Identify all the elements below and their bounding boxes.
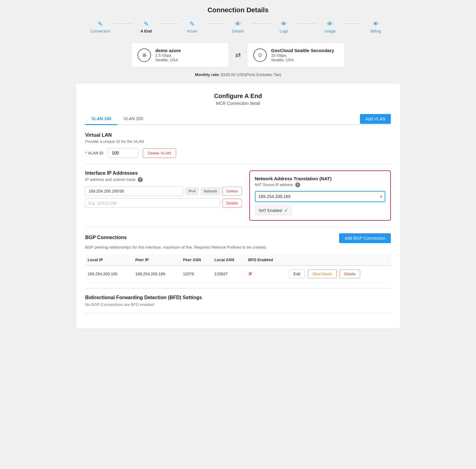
wizard-step-label-logs: Logs	[280, 29, 288, 33]
configure-subtitle: MCR Connection detail	[85, 101, 391, 106]
eye-icon-logs: 👁	[281, 21, 287, 28]
left-card-location: Seattle, USA	[155, 58, 181, 62]
bgp-col-local-ip: Local IP	[85, 254, 133, 265]
required-star: *	[85, 151, 87, 155]
bgp-delete-button[interactable]: Delete	[339, 269, 360, 278]
right-card-icon: ⊙	[253, 48, 267, 62]
monthly-rate-value: $100.00 USD(Price Excludes Tax)	[221, 72, 281, 77]
bgp-table-row-1: 169.254.200.165 169.254.200.166 12076 13…	[85, 265, 391, 282]
nat-title: Network Address Translation (NAT)	[255, 176, 385, 181]
divider-4	[85, 313, 391, 313]
bfd-title: Bidirectional Forwarding Detection (BFD)…	[85, 295, 391, 300]
ip-nat-row: Interface IP Addresses IP address and su…	[85, 170, 391, 221]
bgp-shutdown-button[interactable]: Shut Down	[308, 269, 337, 278]
wizard-step-label-usage: Usage	[324, 29, 336, 33]
nat-enabled-label: NAT Enabled	[259, 208, 282, 213]
pencil-icon-a-end: ✎	[144, 20, 149, 28]
bfd-no-connections: No BGP Connections are BFD enabled	[85, 302, 391, 307]
nat-ip-select[interactable]: 169.254.200.165	[255, 191, 385, 202]
bgp-table: Local IP Peer IP Peer ASN Local ASN BFD …	[85, 254, 391, 282]
bgp-col-local-asn: Local ASN	[212, 254, 246, 265]
monthly-rate: Monthly rate: $100.00 USD(Price Excludes…	[76, 72, 400, 77]
interface-ip-description: IP address and subnet mask ?	[85, 177, 242, 182]
left-card-info: demo azure 2.5 Gbps Seattle, USA	[155, 48, 181, 62]
vlan-tabs-row: VLAN 100 VLAN 200 Add VLAN	[85, 113, 391, 125]
bfd-disabled-icon: ✕	[248, 271, 252, 276]
add-vlan-button[interactable]: Add VLAN	[360, 114, 391, 124]
ip-field-2[interactable]	[85, 198, 220, 208]
wizard-step-connection[interactable]: ✎ Connection	[86, 20, 114, 33]
bgp-table-header-row: Local IP Peer IP Peer ASN Local ASN BFD …	[85, 254, 391, 265]
wizard-steps: ✎ Connection ✎ A End ✎ Azure 👁 Details 👁…	[76, 20, 400, 33]
pencil-icon-connection: ✎	[98, 20, 103, 28]
virtual-lan-description: Provide a unique ID for the VLAN	[85, 139, 391, 144]
divider-3	[85, 288, 391, 289]
wizard-connector-2	[160, 24, 178, 24]
bgp-peer-asn-cell: 12076	[180, 265, 212, 282]
vlan-tabs: VLAN 100 VLAN 200	[85, 113, 360, 124]
ip-help-icon[interactable]: ?	[138, 177, 143, 182]
nat-help-icon[interactable]: ?	[295, 182, 300, 187]
bgp-section: BGP Connections Add BGP Connection BGP p…	[85, 233, 391, 282]
ip-entry-row-2: Delete	[85, 198, 242, 208]
wizard-connector-5	[298, 24, 316, 24]
wizard-step-details[interactable]: 👁 Details	[224, 21, 252, 33]
connection-cards: ⊕ demo azure 2.5 Gbps Seattle, USA ⇄ ⊙ G…	[76, 43, 400, 67]
nat-section: Network Address Translation (NAT) NAT So…	[249, 170, 391, 221]
right-card-speed: 10 Gbps.	[271, 53, 334, 58]
wizard-step-label-connection: Connection	[90, 29, 110, 33]
vlan-tab-200[interactable]: VLAN 200	[117, 113, 149, 125]
wizard-step-logs[interactable]: 👁 Logs	[270, 21, 298, 33]
left-card-speed: 2.5 Gbps	[155, 53, 181, 58]
bfd-section: Bidirectional Forwarding Detection (BFD)…	[85, 295, 391, 307]
bgp-description: BGP peering relationships for this inter…	[85, 245, 391, 250]
wizard-step-label-azure: Azure	[187, 29, 197, 33]
interface-ip-section: Interface IP Addresses IP address and su…	[85, 170, 242, 210]
delete-ip-button-1[interactable]: Delete	[222, 187, 242, 196]
bgp-col-peer-ip: Peer IP	[133, 254, 181, 265]
divider-2	[85, 227, 391, 227]
bgp-actions-cell: Edit Shut Down Delete	[286, 265, 391, 282]
bgp-header-row: BGP Connections Add BGP Connection	[85, 233, 391, 243]
divider-1	[85, 164, 391, 164]
wizard-connector-1	[114, 24, 132, 24]
wizard-step-label-billing: Billing	[371, 29, 381, 33]
wizard-step-a-end[interactable]: ✎ A End	[132, 20, 160, 33]
wizard-step-label-a-end: A End	[140, 29, 152, 33]
ip-entry-row-1: IPv4 Network Delete	[85, 186, 242, 196]
right-card-location: Seattle, USA	[271, 58, 334, 62]
configure-title: Configure A End	[85, 93, 391, 100]
bgp-edit-button[interactable]: Edit	[289, 269, 305, 278]
monthly-rate-label: Monthly rate:	[195, 72, 220, 77]
main-content-card: Configure A End MCR Connection detail VL…	[76, 83, 400, 329]
bgp-bfd-enabled-cell: ✕	[246, 265, 286, 282]
virtual-lan-section: Virtual LAN Provide a unique ID for the …	[85, 132, 391, 158]
ip-badge-network: Network	[201, 188, 220, 195]
wizard-step-azure[interactable]: ✎ Azure	[178, 20, 206, 33]
pencil-icon-azure: ✎	[190, 20, 195, 28]
vlan-id-label: * VLAN ID	[85, 151, 104, 155]
left-card-name: demo azure	[155, 48, 181, 53]
ip-field-1[interactable]	[85, 186, 183, 196]
eye-icon-details: 👁	[235, 21, 241, 28]
vlan-tab-100[interactable]: VLAN 100	[85, 113, 117, 125]
wizard-step-usage[interactable]: 👁 Usage	[316, 21, 344, 33]
nat-description: NAT Source IP address ?	[255, 182, 385, 187]
bgp-col-actions	[286, 254, 391, 265]
add-bgp-button[interactable]: Add BGP Connection	[339, 233, 391, 243]
ip-badge-ipv4: IPv4	[186, 188, 198, 195]
right-card-name: GovCloud Seattle Secondary	[271, 48, 334, 53]
delete-ip-button-2[interactable]: Delete	[222, 199, 242, 208]
delete-vlan-button[interactable]: Delete VLAN	[143, 148, 176, 158]
bgp-col-peer-asn: Peer ASN	[180, 254, 212, 265]
bgp-local-ip-cell: 169.254.200.165	[85, 265, 133, 282]
page-title: Connection Details	[76, 6, 400, 14]
nat-enabled-badge: NAT Enabled ✓	[255, 206, 292, 215]
left-card-icon: ⊕	[138, 48, 151, 62]
transfer-arrows-icon: ⇄	[235, 51, 241, 59]
bgp-title: BGP Connections	[85, 235, 127, 240]
checkmark-icon: ✓	[284, 208, 288, 213]
wizard-step-billing[interactable]: 👁 Billing	[362, 21, 390, 33]
bgp-peer-ip-cell: 169.254.200.166	[133, 265, 181, 282]
vlan-id-input[interactable]	[108, 148, 138, 158]
